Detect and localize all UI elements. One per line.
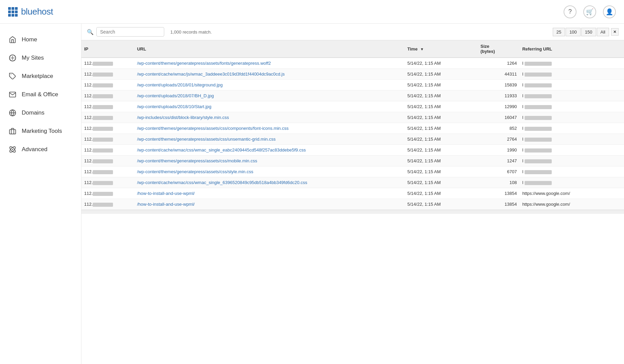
ref-letter: l (522, 72, 523, 77)
cart-button[interactable]: 🛒 (583, 5, 596, 18)
page-btn-25[interactable]: 25 (553, 28, 565, 36)
cell-time: 5/14/22, 1:15 AM (405, 156, 478, 166)
cell-ip: 112. (81, 58, 134, 69)
cell-url: /wp-content/uploads/2018/01/siteground.j… (134, 80, 405, 90)
url-link[interactable]: /wp-content/cache/wmac/js/wmac_3addeee3c… (137, 72, 285, 77)
url-link[interactable]: /wp-content/uploads/2018/10/Start.jpg (137, 104, 211, 109)
url-link[interactable]: /wp-content/cache/wmac/css/wmac_single_e… (137, 147, 306, 153)
sidebar-label-advanced: Advanced (22, 146, 48, 153)
cell-size: 1264 (478, 58, 519, 69)
ref-letter: l (522, 147, 523, 153)
mail-icon (8, 90, 17, 99)
cell-referring: l (519, 69, 624, 80)
records-count: 1,000 records match. (170, 29, 212, 35)
cell-referring: l (519, 145, 624, 156)
sidebar-label-my-sites: My Sites (22, 55, 44, 61)
sidebar-label-email-office: Email & Office (22, 91, 58, 98)
col-ip: IP (81, 40, 134, 58)
ref-letter: l (522, 126, 523, 131)
cell-size: 108 (478, 177, 519, 188)
url-link[interactable]: /wp-content/themes/generatepress/assets/… (137, 137, 276, 142)
svg-rect-4 (10, 129, 16, 134)
sidebar-item-advanced[interactable]: Advanced (0, 140, 81, 159)
table-row: 112./wp-content/cache/wmac/js/wmac_3adde… (81, 69, 624, 80)
table-row: 112./wp-content/cache/wmac/css/wmac_sing… (81, 145, 624, 156)
collapse-button[interactable]: ✕ (611, 28, 619, 36)
sidebar-label-marketplace: Marketplace (22, 73, 53, 80)
url-link[interactable]: /wp-content/themes/generatepress/assets/… (137, 158, 257, 163)
page-btn-100[interactable]: 100 (566, 28, 581, 36)
cell-referring: l (519, 123, 624, 134)
svg-point-5 (12, 149, 13, 150)
cell-time: 5/14/22, 1:15 AM (405, 90, 478, 101)
page-btn-150[interactable]: 150 (581, 28, 596, 36)
cell-time: 5/14/22, 1:15 AM (405, 134, 478, 145)
pagination-buttons: 25 100 150 All (553, 28, 609, 36)
col-url: URL (134, 40, 405, 58)
url-link[interactable]: /wp-content/uploads/2018/07/BH_D.jpg (137, 93, 214, 98)
cell-referring: https://www.google.com/ (519, 199, 624, 210)
cell-ip: 112. (81, 145, 134, 156)
cell-time: 5/14/22, 1:15 AM (405, 123, 478, 134)
sidebar-item-my-sites[interactable]: My Sites (0, 49, 81, 67)
url-link[interactable]: /wp-content/themes/generatepress/assets/… (137, 169, 253, 174)
sidebar-label-marketing-tools: Marketing Tools (22, 128, 62, 135)
page-btn-all[interactable]: All (597, 28, 609, 36)
url-link[interactable]: /wp-content/themes/generatepress/assets/… (137, 126, 289, 131)
url-link[interactable]: /wp-content/uploads/2018/01/siteground.j… (137, 82, 223, 87)
url-link[interactable]: /wp-includes/css/dist/block-library/styl… (137, 115, 229, 120)
table-row: 112./how-to-install-and-use-wpml/5/14/22… (81, 199, 624, 210)
cell-ip: 112. (81, 188, 134, 199)
url-link[interactable]: /how-to-install-and-use-wpml/ (137, 191, 195, 196)
url-link[interactable]: /how-to-install-and-use-wpml/ (137, 202, 195, 207)
logo-area: bluehost (8, 6, 53, 17)
cell-referring: l (519, 177, 624, 188)
url-link[interactable]: /wp-content/themes/generatepress/assets/… (137, 61, 271, 66)
cell-ip: 112. (81, 123, 134, 134)
table-row: 112./how-to-install-and-use-wpml/5/14/22… (81, 188, 624, 199)
cell-referring: l (519, 80, 624, 90)
ref-letter: l (522, 93, 523, 98)
ref-letter: l (522, 115, 523, 120)
cell-ip: 112. (81, 156, 134, 166)
cell-size: 852 (478, 123, 519, 134)
ref-letter: l (522, 158, 523, 163)
cell-size: 1990 (478, 145, 519, 156)
cell-referring: l (519, 101, 624, 112)
sidebar-item-domains[interactable]: Domains (0, 104, 81, 122)
sidebar-item-marketing-tools[interactable]: Marketing Tools (0, 122, 81, 140)
cell-referring: l (519, 58, 624, 69)
cell-size: 6707 (478, 166, 519, 177)
sidebar: Home My Sites Marketplace (0, 24, 81, 364)
table-row: 112./wp-content/themes/generatepress/ass… (81, 58, 624, 69)
user-button[interactable]: 👤 (603, 5, 616, 18)
cell-time: 5/14/22, 1:15 AM (405, 69, 478, 80)
cell-url: /wp-content/themes/generatepress/assets/… (134, 123, 405, 134)
cell-url: /how-to-install-and-use-wpml/ (134, 188, 405, 199)
cell-time: 5/14/22, 1:15 AM (405, 177, 478, 188)
globe-icon (8, 108, 17, 117)
search-input[interactable] (96, 27, 164, 37)
cell-url: /wp-content/uploads/2018/07/BH_D.jpg (134, 90, 405, 101)
table-row: 112./wp-content/themes/generatepress/ass… (81, 156, 624, 166)
bottom-scrollbar[interactable] (81, 210, 624, 214)
cell-url: /wp-content/cache/wmac/css/wmac_single_e… (134, 145, 405, 156)
table-row: 112./wp-content/uploads/2018/01/sitegrou… (81, 80, 624, 90)
ref-letter: l (522, 180, 523, 185)
sidebar-item-home[interactable]: Home (0, 31, 81, 49)
sidebar-item-email-office[interactable]: Email & Office (0, 85, 81, 104)
col-time[interactable]: Time ▼ (405, 40, 478, 58)
home-icon (8, 35, 17, 44)
sidebar-item-marketplace[interactable]: Marketplace (0, 67, 81, 85)
logo-grid-icon (8, 7, 18, 17)
cell-time: 5/14/22, 1:15 AM (405, 199, 478, 210)
help-button[interactable]: ? (564, 5, 576, 18)
tag-icon (8, 72, 17, 81)
cell-time: 5/14/22, 1:15 AM (405, 58, 478, 69)
cell-referring: l (519, 90, 624, 101)
table-row: 112./wp-content/themes/generatepress/ass… (81, 134, 624, 145)
search-area: 🔍 1,000 records match. (87, 27, 212, 37)
cell-time: 5/14/22, 1:15 AM (405, 145, 478, 156)
cell-size: 13854 (478, 188, 519, 199)
url-link[interactable]: /wp-content/cache/wmac/css/wmac_single_6… (137, 180, 307, 185)
